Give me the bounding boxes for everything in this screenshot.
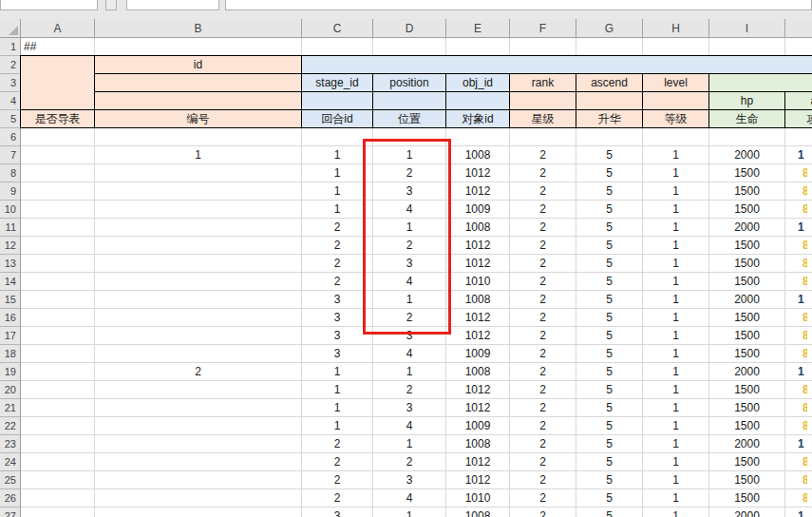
cell-J19-clipped-value[interactable]: 1	[785, 363, 812, 381]
row-header-13[interactable]: 13	[0, 255, 21, 273]
cell-G17[interactable]: 5	[576, 327, 643, 345]
cell-H3[interactable]: level	[642, 73, 709, 92]
cell-A2-A4-merged[interactable]	[20, 55, 95, 110]
cell-J10[interactable]: 8	[785, 201, 812, 219]
cell-B11[interactable]	[95, 219, 302, 237]
cell-B4[interactable]	[94, 91, 302, 110]
cell-I21[interactable]: 1500	[709, 399, 785, 417]
cell-C8[interactable]: 1	[302, 164, 373, 182]
cell-H23[interactable]: 1	[643, 435, 709, 453]
cell-F24[interactable]: 2	[510, 453, 576, 471]
cell-H27[interactable]: 1	[643, 507, 709, 517]
cell-A7[interactable]	[21, 146, 95, 164]
cell-F1[interactable]	[510, 38, 576, 56]
cell-C12[interactable]: 2	[302, 237, 373, 255]
cell-E9[interactable]: 1012	[446, 182, 510, 201]
cell-I20[interactable]: 1500	[709, 381, 785, 399]
cell-G4[interactable]	[576, 91, 643, 110]
cell-G13[interactable]: 5	[576, 255, 643, 273]
cell-J24[interactable]: 8	[785, 453, 812, 471]
cell-G20[interactable]: 5	[576, 381, 643, 399]
cell-J21[interactable]: 8	[785, 399, 812, 417]
cell-D1[interactable]	[373, 38, 446, 56]
cell-D16[interactable]: 2	[373, 309, 446, 327]
cell-E14[interactable]: 1010	[446, 273, 510, 291]
cell-H18[interactable]: 1	[643, 345, 709, 363]
name-box-splitter[interactable]	[105, 0, 117, 10]
cell-B20[interactable]	[95, 381, 302, 399]
cell-E1[interactable]	[446, 38, 510, 56]
row-header-3[interactable]: 3	[0, 74, 21, 92]
cell-G27[interactable]: 5	[576, 507, 643, 517]
cell-I17[interactable]: 1500	[709, 327, 785, 345]
cell-E13[interactable]: 1012	[446, 255, 510, 273]
cell-F17[interactable]: 2	[510, 327, 576, 345]
row-header-5[interactable]: 5	[0, 110, 21, 128]
row-header-21[interactable]: 21	[0, 399, 21, 417]
cell-F27[interactable]: 2	[510, 507, 576, 517]
cell-E18[interactable]: 1009	[446, 345, 510, 363]
cell-F14[interactable]: 2	[510, 273, 576, 291]
cell-G3[interactable]: ascend	[576, 73, 643, 92]
cell-J6[interactable]	[785, 128, 812, 146]
cell-H13[interactable]: 1	[643, 255, 709, 273]
cell-I8[interactable]: 1500	[709, 164, 785, 182]
cell-A11[interactable]	[21, 219, 95, 237]
cell-J26[interactable]: 8	[785, 489, 812, 507]
cell-H26[interactable]: 1	[643, 489, 709, 507]
row-header-16[interactable]: 16	[0, 309, 21, 327]
row-header-20[interactable]: 20	[0, 381, 21, 399]
cell-I12[interactable]: 1500	[709, 237, 785, 255]
cell-J7-clipped-value[interactable]: 1	[785, 146, 812, 164]
cell-F22[interactable]: 2	[510, 417, 576, 435]
cell-H16[interactable]: 1	[643, 309, 709, 327]
cell-B25[interactable]	[95, 471, 302, 489]
cell-E17[interactable]: 1012	[446, 327, 510, 345]
cell-D4[interactable]	[372, 91, 446, 110]
cell-C24[interactable]: 2	[302, 453, 373, 471]
cell-I15[interactable]: 2000	[709, 291, 785, 309]
cell-C9[interactable]: 1	[302, 182, 373, 201]
cell-A8[interactable]	[21, 164, 95, 182]
cell-A17[interactable]	[21, 327, 95, 345]
cell-A1[interactable]: ##	[21, 38, 95, 56]
column-header-G[interactable]: G	[576, 19, 643, 38]
cell-B9[interactable]	[95, 182, 302, 201]
cell-D24[interactable]: 2	[373, 453, 446, 471]
cell-E6[interactable]	[446, 128, 510, 146]
row-header-15[interactable]: 15	[0, 291, 21, 309]
cell-C15[interactable]: 3	[302, 291, 373, 309]
row-header-11[interactable]: 11	[0, 219, 21, 237]
cell-F25[interactable]: 2	[510, 471, 576, 489]
cell-G8[interactable]: 5	[576, 164, 643, 182]
cell-J22[interactable]: 8	[785, 417, 812, 435]
cell-G19[interactable]: 5	[576, 363, 643, 381]
cell-F8[interactable]: 2	[510, 164, 576, 182]
cell-B23[interactable]	[95, 435, 302, 453]
cell-D9[interactable]: 3	[373, 182, 446, 201]
cell-H20[interactable]: 1	[643, 381, 709, 399]
cell-H15[interactable]: 1	[643, 291, 709, 309]
cell-I5[interactable]: 生命	[708, 109, 785, 128]
cell-J17[interactable]: 8	[785, 327, 812, 345]
cell-I1[interactable]	[709, 38, 785, 56]
cell-F13[interactable]: 2	[510, 255, 576, 273]
cell-H17[interactable]: 1	[643, 327, 709, 345]
cell-H4[interactable]	[642, 91, 709, 110]
column-header-J[interactable]	[785, 19, 812, 38]
cell-J12[interactable]: 8	[785, 237, 812, 255]
cell-C18[interactable]: 3	[302, 345, 373, 363]
cell-D18[interactable]: 4	[373, 345, 446, 363]
cell-E25[interactable]: 1012	[446, 471, 510, 489]
cell-A26[interactable]	[21, 489, 95, 507]
column-header-B[interactable]: B	[95, 19, 302, 38]
column-header-F[interactable]: F	[510, 19, 576, 38]
cell-I4[interactable]: hp	[708, 91, 785, 110]
cell-B21[interactable]	[95, 399, 302, 417]
cell-H12[interactable]: 1	[643, 237, 709, 255]
cell-D10[interactable]: 4	[373, 201, 446, 219]
cell-J8[interactable]: 8	[785, 164, 812, 182]
cell-I9[interactable]: 1500	[709, 182, 785, 201]
formula-bar-input[interactable]: 25	[225, 0, 812, 10]
cell-F6[interactable]	[510, 128, 576, 146]
